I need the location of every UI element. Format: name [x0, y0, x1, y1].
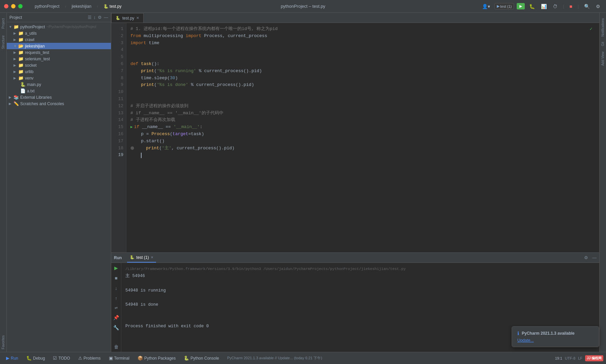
- editor-content: 1 2 3 4 5 6 7 8 9 10 11 12 13 14 15 16 1: [111, 23, 599, 252]
- bottom-tab-python-console[interactable]: 🐍 Python Console: [180, 354, 222, 363]
- bottom-bar: ▶ Run 🐛 Debug ☑ TODO ⚠ Problems ▣ Termin…: [0, 352, 606, 364]
- packages-tab-label: Python Packages: [144, 356, 176, 361]
- soft-wrap-icon[interactable]: ⇌: [114, 305, 119, 311]
- bottom-tab-problems[interactable]: ⚠ Problems: [75, 354, 104, 363]
- settings-icon[interactable]: ⚙: [98, 15, 102, 20]
- run-minimize-icon[interactable]: —: [592, 255, 597, 260]
- output-line-1: 主 54946: [125, 273, 595, 280]
- project-panel: Project ☰ ↕ ⚙ — ▼ 📁 pythonProject ~/Pych…: [7, 13, 111, 352]
- addview-icon[interactable]: Add View: [600, 49, 605, 68]
- line-ending-indicator: LF: [578, 356, 582, 360]
- notification-popup: ℹ PyCharm 2021.1.3 available Update...: [512, 326, 599, 347]
- ln-11: 11: [111, 96, 126, 103]
- info-icon: ℹ: [517, 331, 519, 336]
- problems-tab-label: Problems: [84, 356, 101, 361]
- rerun-icon[interactable]: ▶: [113, 264, 119, 272]
- bottom-tab-todo[interactable]: ☑ TODO: [50, 354, 73, 363]
- pin-tab-icon[interactable]: 📌: [112, 314, 120, 321]
- project-tab[interactable]: pythonProject: [32, 3, 62, 10]
- code-line-7: print('%s is running' % current_process(…: [130, 68, 595, 75]
- search-button[interactable]: 🔍: [582, 3, 592, 10]
- ln-18: 18: [111, 145, 126, 152]
- tree-item-requests-test[interactable]: ▶ 📁 requests_test: [7, 49, 111, 56]
- coverage-button[interactable]: 📊: [539, 3, 548, 10]
- todo-tab-label: TODO: [58, 356, 70, 361]
- console-tab-label: Python Console: [190, 356, 219, 361]
- wrench-icon[interactable]: 🔧: [112, 324, 120, 331]
- tree-item-pythonproject[interactable]: ▼ 📁 pythonProject ~/PycharmProjects/pyth…: [7, 24, 111, 30]
- titlebar: pythonProject › jiekeshijian › 🐍test.py …: [0, 0, 606, 13]
- code-editor[interactable]: # 1. 进程pid:每一个进程在操作系统内都有一个唯一的id号, 称之为pid…: [126, 23, 599, 252]
- main-layout: Project Structure Favorites Project ☰ ↕ …: [0, 13, 606, 352]
- code-line-9: print('%s is done' % current_process().p…: [130, 82, 595, 89]
- folder-tab[interactable]: jiekeshijian: [69, 3, 94, 10]
- code-line-14: # 子进程不会再次加载: [130, 117, 595, 124]
- run-tab-test[interactable]: 🐍 test (1) ✕: [127, 253, 156, 263]
- settings-button[interactable]: ⚙: [594, 3, 602, 10]
- notifications-icon[interactable]: Notifications: [600, 16, 605, 39]
- project-tree: ▼ 📁 pythonProject ~/PycharmProjects/pyth…: [7, 22, 111, 352]
- editor-tabs: 🐍 test.py ✕: [111, 13, 599, 23]
- profile-run-button[interactable]: ⏱: [551, 3, 559, 10]
- structure-side-icon[interactable]: Structure: [1, 33, 6, 52]
- tab-close-icon[interactable]: ✕: [136, 16, 139, 20]
- ln-16: 16: [111, 131, 126, 138]
- bottom-tab-python-packages[interactable]: 📦 Python Packages: [134, 354, 179, 363]
- project-side-icon[interactable]: Project: [1, 16, 6, 31]
- close-button[interactable]: [4, 4, 8, 8]
- tree-item-socket[interactable]: ▶ 📁 socket: [7, 62, 111, 68]
- ln-13: 13: [111, 110, 126, 117]
- close-panel-icon[interactable]: —: [104, 15, 108, 20]
- profile-button[interactable]: 👤▾: [480, 3, 492, 10]
- stop-button[interactable]: ■: [568, 3, 574, 10]
- tree-item-main-py[interactable]: 🐍 main.py: [7, 81, 111, 88]
- code-line-16: p = Process(target=task): [130, 131, 595, 138]
- scroll-down-icon[interactable]: ↓: [114, 284, 118, 292]
- ln-17: 17: [111, 138, 126, 145]
- run-settings-icon[interactable]: ⚙: [584, 255, 588, 260]
- maximize-button[interactable]: [18, 4, 23, 8]
- line-col-indicator: 19:1: [555, 356, 562, 360]
- favorites-side-icon[interactable]: Favorites: [1, 333, 6, 352]
- bottom-tab-debug[interactable]: 🐛 Debug: [23, 354, 48, 363]
- todo-tab-icon: ☑: [53, 356, 57, 361]
- git-icon[interactable]: Git: [600, 39, 605, 49]
- run-command: /Library/Frameworks/Python.framework/Ver…: [125, 267, 406, 271]
- run-button[interactable]: ▶: [517, 3, 525, 9]
- tree-item-jiekeshijian[interactable]: ▼ 📂 jiekeshijian: [7, 43, 111, 49]
- run-tab-close-icon[interactable]: ✕: [151, 255, 153, 259]
- code-line-13: # if __name__ == '__main__'的子代码中: [130, 110, 595, 117]
- tree-item-a-utils[interactable]: ▶ 📁 a_utils: [7, 30, 111, 36]
- code-line-19[interactable]: [130, 152, 595, 159]
- update-link[interactable]: Update...: [517, 338, 534, 343]
- output-line-2: 54948 is running: [125, 287, 595, 294]
- ln-1: 1: [111, 26, 126, 33]
- bottom-tab-terminal[interactable]: ▣ Terminal: [105, 354, 133, 363]
- stop-run-icon[interactable]: ■: [114, 274, 118, 282]
- minimize-button[interactable]: [11, 4, 16, 8]
- trash-icon[interactable]: 🗑: [113, 343, 120, 351]
- terminal-tab-icon: ▣: [109, 356, 113, 361]
- sort-icon[interactable]: ↕: [94, 15, 96, 20]
- notification-title: PyCharm 2021.1.3 available: [522, 331, 575, 336]
- tree-item-venv[interactable]: ▶ 📁 venv: [7, 75, 111, 81]
- tree-item-a-txt[interactable]: 📄 a.txt: [7, 88, 111, 94]
- ln-5: 5: [111, 54, 126, 61]
- tree-item-urllib[interactable]: ▶ 📁 urllib: [7, 68, 111, 75]
- run-panel-header: Run 🐍 test (1) ✕ ⚙ —: [111, 253, 599, 263]
- tree-item-scratches[interactable]: ▶ ✏️ Scratches and Consoles: [7, 100, 111, 107]
- debug-button[interactable]: 🐛: [527, 3, 537, 10]
- ln-2: 2: [111, 33, 126, 40]
- run-tab-label: Run: [11, 356, 18, 361]
- collapse-all-icon[interactable]: ☰: [88, 15, 92, 20]
- editor-tab-testpy[interactable]: 🐍 test.py ✕: [111, 13, 144, 23]
- tree-item-crawl[interactable]: ▶ 📁 crawl: [7, 36, 111, 43]
- bottom-status: PyCharm 2021.1.3 available // Update... …: [224, 356, 554, 361]
- bottom-tab-run[interactable]: ▶ Run: [3, 354, 22, 363]
- scroll-up-icon[interactable]: ↑: [114, 295, 118, 302]
- run-config-label: test (1): [500, 4, 512, 8]
- file-tab[interactable]: 🐍test.py: [101, 3, 124, 10]
- tree-item-external-libs[interactable]: ▶ 📚 External Libraries: [7, 94, 111, 100]
- code-line-2: from multiprocessing import Process, cur…: [130, 33, 595, 40]
- tree-item-selenium-test[interactable]: ▶ 📁 selenium_test: [7, 56, 111, 62]
